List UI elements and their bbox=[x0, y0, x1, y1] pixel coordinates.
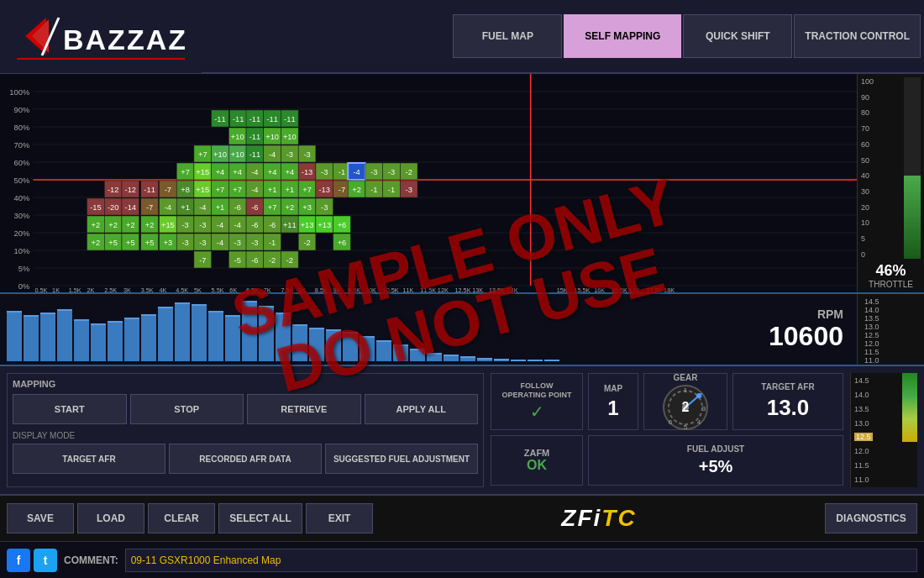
svg-text:-6: -6 bbox=[269, 221, 276, 229]
recorded-afr-button[interactable]: RECORDED AFR DATA bbox=[169, 444, 322, 474]
start-button[interactable]: START bbox=[13, 394, 127, 424]
comment-text[interactable]: 09-11 GSXR1000 Enhanced Map bbox=[125, 549, 917, 572]
throttle-scale-20: 20 bbox=[861, 203, 874, 212]
load-button[interactable]: LOAD bbox=[77, 503, 144, 533]
svg-text:-11: -11 bbox=[233, 115, 244, 123]
svg-text:3K: 3K bbox=[123, 287, 131, 292]
follow-operating-panel: FOLLOWOPERATING POINT ✓ bbox=[491, 373, 583, 430]
svg-text:50%: 50% bbox=[14, 176, 30, 185]
svg-text:+2: +2 bbox=[108, 221, 118, 229]
display-mode-title: DISPLAY MODE bbox=[13, 431, 478, 440]
tc-brand: TC bbox=[601, 505, 636, 532]
rpm-label: RPM bbox=[817, 307, 843, 321]
svg-text:0%: 0% bbox=[18, 282, 29, 291]
diagnostics-button[interactable]: DIAGNOSTICS bbox=[825, 503, 917, 533]
svg-text:+10: +10 bbox=[231, 133, 244, 141]
svg-text:17K: 17K bbox=[629, 287, 640, 292]
svg-text:+7: +7 bbox=[216, 186, 225, 194]
svg-text:+10: +10 bbox=[265, 133, 279, 141]
svg-text:-4: -4 bbox=[199, 203, 206, 212]
svg-text:+4: +4 bbox=[233, 168, 242, 176]
svg-text:+7: +7 bbox=[268, 203, 277, 212]
svg-text:14K: 14K bbox=[507, 287, 518, 292]
throttle-scale-80: 80 bbox=[861, 108, 874, 117]
svg-text:-13: -13 bbox=[319, 186, 330, 194]
tab-traction-control[interactable]: TRACTION CONTROL bbox=[794, 14, 921, 58]
svg-text:-3: -3 bbox=[234, 239, 241, 247]
fuel-map-svg: 100% 90% 80% 70% 60% 50% 40% 30% 20% 10%… bbox=[0, 74, 857, 292]
svg-text:1K: 1K bbox=[52, 287, 60, 292]
retrieve-button[interactable]: RETRIEVE bbox=[247, 394, 361, 424]
select-all-button[interactable]: SELECT ALL bbox=[218, 503, 302, 533]
svg-text:-3: -3 bbox=[303, 150, 310, 159]
rpm-value: 10600 bbox=[769, 321, 843, 352]
svg-text:-2: -2 bbox=[269, 256, 276, 265]
save-button[interactable]: SAVE bbox=[7, 503, 74, 533]
svg-text:16K: 16K bbox=[594, 287, 605, 292]
svg-text:+7: +7 bbox=[233, 186, 242, 194]
tab-self-mapping[interactable]: SELF MAPPING bbox=[564, 14, 681, 58]
svg-text:6: 6 bbox=[669, 418, 673, 426]
fuel-adjust-label: FUEL ADJUST bbox=[687, 444, 744, 454]
svg-text:+15: +15 bbox=[196, 186, 209, 194]
map-panel: MAP 1 bbox=[588, 373, 638, 430]
follow-label: FOLLOWOPERATING POINT bbox=[502, 381, 572, 400]
throttle-scale-0: 0 bbox=[861, 250, 874, 259]
target-afr-button[interactable]: TARGET AFR bbox=[13, 444, 165, 474]
svg-text:15K: 15K bbox=[557, 287, 568, 292]
mapping-panel: MAPPING START STOP RETRIEVE APPLY ALL DI… bbox=[7, 373, 484, 487]
throttle-scale-100: 100 bbox=[861, 77, 874, 86]
svg-text:+1: +1 bbox=[216, 203, 225, 212]
svg-text:5K: 5K bbox=[194, 287, 202, 292]
throttle-scale-40: 40 bbox=[861, 171, 874, 180]
tab-fuel-map[interactable]: FUEL MAP bbox=[453, 14, 562, 58]
svg-text:20%: 20% bbox=[14, 229, 30, 238]
svg-text:100%: 100% bbox=[9, 88, 29, 97]
apply-all-button[interactable]: APPLY ALL bbox=[365, 394, 479, 424]
right-controls: FOLLOWOPERATING POINT ✓ MAP 1 GEAR bbox=[491, 373, 843, 487]
svg-text:17.5K: 17.5K bbox=[646, 287, 662, 292]
clear-button[interactable]: CLEAR bbox=[148, 503, 215, 533]
svg-text:90%: 90% bbox=[14, 106, 30, 114]
svg-text:15.5K: 15.5K bbox=[574, 287, 590, 292]
svg-text:0.5K: 0.5K bbox=[34, 287, 47, 292]
svg-text:-11: -11 bbox=[249, 115, 260, 123]
svg-text:-1: -1 bbox=[370, 186, 377, 194]
twitter-icon[interactable]: t bbox=[34, 549, 57, 572]
svg-text:-7: -7 bbox=[339, 186, 345, 194]
suggested-fuel-button[interactable]: SUGGESTED FUEL ADJUSTMENT bbox=[325, 444, 478, 474]
svg-text:5%: 5% bbox=[18, 265, 29, 273]
throttle-bar bbox=[904, 176, 921, 259]
target-afr-panel: TARGET AFR 13.0 bbox=[732, 373, 843, 430]
svg-text:-4: -4 bbox=[234, 221, 241, 229]
svg-text:6K: 6K bbox=[229, 287, 237, 292]
exit-button[interactable]: EXIT bbox=[306, 503, 373, 533]
afr-scale-controls: 14.5 14.0 13.5 13.0 12.5 12.0 11.5 11.0 bbox=[850, 373, 917, 487]
svg-rect-4 bbox=[17, 58, 185, 60]
target-afr-value: 13.0 bbox=[767, 395, 810, 421]
facebook-icon[interactable]: f bbox=[7, 549, 30, 572]
svg-text:+8: +8 bbox=[181, 186, 190, 194]
tab-quick-shift[interactable]: QUICK SHIFT bbox=[683, 14, 792, 58]
svg-text:-1: -1 bbox=[339, 168, 345, 176]
svg-text:-4: -4 bbox=[353, 168, 360, 176]
logo-area: BAZZAZ bbox=[0, 0, 202, 73]
svg-text:18K: 18K bbox=[664, 287, 675, 292]
fuel-map-area[interactable]: 100% 90% 80% 70% 60% 50% 40% 30% 20% 10%… bbox=[0, 74, 857, 292]
zafm-panel: ZAFM OK bbox=[491, 435, 583, 486]
svg-text:-1: -1 bbox=[388, 186, 395, 194]
svg-text:-6: -6 bbox=[251, 203, 258, 212]
svg-text:-7: -7 bbox=[146, 203, 153, 212]
svg-text:-15: -15 bbox=[90, 203, 101, 212]
rpm-display: RPM 10600 bbox=[689, 294, 857, 365]
svg-text:-13: -13 bbox=[302, 168, 312, 176]
stop-button[interactable]: STOP bbox=[130, 394, 244, 424]
svg-text:-5: -5 bbox=[234, 256, 241, 265]
svg-text:-3: -3 bbox=[199, 221, 206, 229]
afr-scale-130: 13.0 bbox=[864, 323, 917, 331]
mapping-title: MAPPING bbox=[13, 379, 478, 389]
throttle-scale-70: 70 bbox=[861, 124, 874, 133]
svg-text:6.5K: 6.5K bbox=[246, 287, 259, 292]
svg-text:5: 5 bbox=[684, 423, 688, 431]
afr-scale-120: 12.0 bbox=[864, 339, 917, 348]
